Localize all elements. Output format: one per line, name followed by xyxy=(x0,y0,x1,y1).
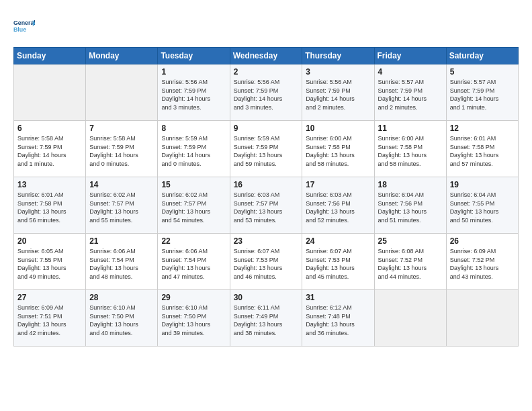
day-number: 3 xyxy=(306,67,370,77)
day-number: 9 xyxy=(234,124,299,133)
day-number: 19 xyxy=(450,180,515,189)
day-number: 20 xyxy=(17,236,82,246)
calendar-cell: 10Sunrise: 6:00 AMSunset: 7:58 PMDayligh… xyxy=(302,121,374,177)
calendar-cell: 22Sunrise: 6:06 AMSunset: 7:54 PMDayligh… xyxy=(158,234,230,290)
calendar-cell: 23Sunrise: 6:07 AMSunset: 7:53 PMDayligh… xyxy=(230,234,302,290)
calendar-cell: 17Sunrise: 6:03 AMSunset: 7:56 PMDayligh… xyxy=(302,177,374,234)
calendar-week-4: 20Sunrise: 6:05 AMSunset: 7:55 PMDayligh… xyxy=(14,234,519,290)
day-info: Sunrise: 6:00 AMSunset: 7:58 PMDaylight:… xyxy=(306,134,370,168)
calendar-cell: 31Sunrise: 6:12 AMSunset: 7:48 PMDayligh… xyxy=(302,290,374,347)
calendar-cell: 8Sunrise: 5:59 AMSunset: 7:59 PMDaylight… xyxy=(158,121,230,177)
day-info: Sunrise: 5:56 AMSunset: 7:59 PMDaylight:… xyxy=(306,78,370,111)
calendar-cell: 11Sunrise: 6:00 AMSunset: 7:58 PMDayligh… xyxy=(374,121,446,177)
day-info: Sunrise: 6:05 AMSunset: 7:55 PMDaylight:… xyxy=(17,247,82,281)
day-number: 8 xyxy=(161,124,226,133)
day-number: 30 xyxy=(234,293,299,302)
calendar-cell: 25Sunrise: 6:08 AMSunset: 7:52 PMDayligh… xyxy=(374,234,446,290)
day-info: Sunrise: 6:10 AMSunset: 7:50 PMDaylight:… xyxy=(161,304,226,337)
calendar-cell: 24Sunrise: 6:07 AMSunset: 7:53 PMDayligh… xyxy=(302,234,374,290)
calendar-cell: 28Sunrise: 6:10 AMSunset: 7:50 PMDayligh… xyxy=(86,290,158,347)
svg-text:General: General xyxy=(13,19,35,26)
day-number: 17 xyxy=(306,180,370,189)
weekday-header-tuesday: Tuesday xyxy=(158,48,230,64)
calendar-cell: 18Sunrise: 6:04 AMSunset: 7:56 PMDayligh… xyxy=(374,177,446,234)
day-info: Sunrise: 5:59 AMSunset: 7:59 PMDaylight:… xyxy=(161,134,226,168)
day-info: Sunrise: 6:04 AMSunset: 7:56 PMDaylight:… xyxy=(378,191,443,224)
svg-text:Blue: Blue xyxy=(13,26,26,33)
day-number: 4 xyxy=(378,67,443,77)
day-number: 1 xyxy=(161,67,226,77)
day-info: Sunrise: 6:07 AMSunset: 7:53 PMDaylight:… xyxy=(306,247,370,281)
day-number: 15 xyxy=(161,180,226,189)
day-info: Sunrise: 6:06 AMSunset: 7:54 PMDaylight:… xyxy=(161,247,226,281)
day-number: 12 xyxy=(450,124,515,133)
day-number: 10 xyxy=(306,124,370,133)
calendar-cell: 16Sunrise: 6:03 AMSunset: 7:57 PMDayligh… xyxy=(230,177,302,234)
day-info: Sunrise: 6:01 AMSunset: 7:58 PMDaylight:… xyxy=(17,191,82,224)
day-info: Sunrise: 6:02 AMSunset: 7:57 PMDaylight:… xyxy=(89,191,154,224)
weekday-header-saturday: Saturday xyxy=(446,48,518,64)
calendar-week-1: 1Sunrise: 5:56 AMSunset: 7:59 PMDaylight… xyxy=(14,64,519,121)
logo-svg: General Blue xyxy=(13,12,35,39)
day-number: 5 xyxy=(450,67,515,77)
day-info: Sunrise: 6:03 AMSunset: 7:57 PMDaylight:… xyxy=(234,191,299,224)
calendar-cell: 26Sunrise: 6:09 AMSunset: 7:52 PMDayligh… xyxy=(446,234,518,290)
day-info: Sunrise: 5:59 AMSunset: 7:59 PMDaylight:… xyxy=(234,134,299,168)
calendar-cell xyxy=(86,64,158,121)
day-number: 11 xyxy=(378,124,443,133)
day-info: Sunrise: 5:57 AMSunset: 7:59 PMDaylight:… xyxy=(450,78,515,111)
day-number: 31 xyxy=(306,293,370,302)
calendar-cell: 13Sunrise: 6:01 AMSunset: 7:58 PMDayligh… xyxy=(14,177,86,234)
day-number: 27 xyxy=(17,293,82,302)
weekday-header-friday: Friday xyxy=(374,48,446,64)
calendar-cell xyxy=(446,290,518,347)
calendar-cell: 3Sunrise: 5:56 AMSunset: 7:59 PMDaylight… xyxy=(302,64,374,121)
day-number: 28 xyxy=(89,293,154,302)
day-info: Sunrise: 6:10 AMSunset: 7:50 PMDaylight:… xyxy=(89,304,154,337)
day-number: 21 xyxy=(89,236,154,246)
day-info: Sunrise: 5:56 AMSunset: 7:59 PMDaylight:… xyxy=(161,78,226,111)
day-number: 13 xyxy=(17,180,82,189)
day-number: 14 xyxy=(89,180,154,189)
calendar-cell: 29Sunrise: 6:10 AMSunset: 7:50 PMDayligh… xyxy=(158,290,230,347)
calendar-cell: 4Sunrise: 5:57 AMSunset: 7:59 PMDaylight… xyxy=(374,64,446,121)
day-info: Sunrise: 6:07 AMSunset: 7:53 PMDaylight:… xyxy=(234,247,299,281)
calendar-cell: 15Sunrise: 6:02 AMSunset: 7:57 PMDayligh… xyxy=(158,177,230,234)
day-info: Sunrise: 6:09 AMSunset: 7:52 PMDaylight:… xyxy=(450,247,515,281)
calendar-table: SundayMondayTuesdayWednesdayThursdayFrid… xyxy=(13,47,519,347)
calendar-cell: 19Sunrise: 6:04 AMSunset: 7:55 PMDayligh… xyxy=(446,177,518,234)
logo: General Blue xyxy=(13,12,35,39)
weekday-header-monday: Monday xyxy=(86,48,158,64)
day-info: Sunrise: 6:09 AMSunset: 7:51 PMDaylight:… xyxy=(17,304,82,337)
calendar-cell xyxy=(374,290,446,347)
day-number: 29 xyxy=(161,293,226,302)
day-number: 23 xyxy=(234,236,299,246)
calendar-cell: 9Sunrise: 5:59 AMSunset: 7:59 PMDaylight… xyxy=(230,121,302,177)
weekday-header-thursday: Thursday xyxy=(302,48,374,64)
day-number: 26 xyxy=(450,236,515,246)
day-number: 25 xyxy=(378,236,443,246)
day-number: 7 xyxy=(89,124,154,133)
day-info: Sunrise: 5:57 AMSunset: 7:59 PMDaylight:… xyxy=(378,78,443,111)
calendar-cell: 7Sunrise: 5:58 AMSunset: 7:59 PMDaylight… xyxy=(86,121,158,177)
day-number: 24 xyxy=(306,236,370,246)
day-info: Sunrise: 6:06 AMSunset: 7:54 PMDaylight:… xyxy=(89,247,154,281)
day-info: Sunrise: 6:01 AMSunset: 7:58 PMDaylight:… xyxy=(450,134,515,168)
calendar-cell: 6Sunrise: 5:58 AMSunset: 7:59 PMDaylight… xyxy=(14,121,86,177)
header: General Blue xyxy=(13,12,519,39)
calendar-week-5: 27Sunrise: 6:09 AMSunset: 7:51 PMDayligh… xyxy=(14,290,519,347)
calendar-cell: 21Sunrise: 6:06 AMSunset: 7:54 PMDayligh… xyxy=(86,234,158,290)
calendar-cell: 30Sunrise: 6:11 AMSunset: 7:49 PMDayligh… xyxy=(230,290,302,347)
day-info: Sunrise: 6:12 AMSunset: 7:48 PMDaylight:… xyxy=(306,304,370,337)
weekday-header-wednesday: Wednesday xyxy=(230,48,302,64)
day-info: Sunrise: 6:03 AMSunset: 7:56 PMDaylight:… xyxy=(306,191,370,224)
calendar-cell: 20Sunrise: 6:05 AMSunset: 7:55 PMDayligh… xyxy=(14,234,86,290)
day-number: 16 xyxy=(234,180,299,189)
main-container: General Blue SundayMondayTuesdayWednesda… xyxy=(0,0,532,353)
calendar-week-3: 13Sunrise: 6:01 AMSunset: 7:58 PMDayligh… xyxy=(14,177,519,234)
calendar-cell: 1Sunrise: 5:56 AMSunset: 7:59 PMDaylight… xyxy=(158,64,230,121)
calendar-cell: 12Sunrise: 6:01 AMSunset: 7:58 PMDayligh… xyxy=(446,121,518,177)
day-number: 18 xyxy=(378,180,443,189)
calendar-cell: 14Sunrise: 6:02 AMSunset: 7:57 PMDayligh… xyxy=(86,177,158,234)
day-info: Sunrise: 6:02 AMSunset: 7:57 PMDaylight:… xyxy=(161,191,226,224)
